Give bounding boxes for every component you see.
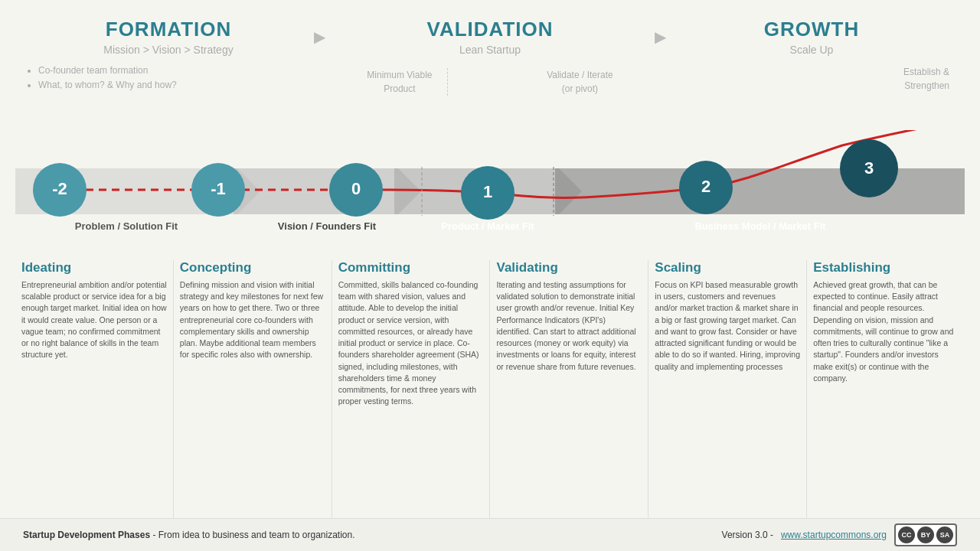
footer-right: Version 3.0 - www.startupcommons.org CC … — [722, 523, 957, 546]
label-vffit: Vision / Founders Fit — [278, 220, 377, 232]
scaling-text: Focus on KPI based measurable growth in … — [655, 279, 800, 373]
validation-sub-items: Minimum ViableProduct Validate / Iterate… — [325, 68, 655, 96]
footer: Startup Development Phases - From idea t… — [0, 518, 980, 551]
footer-link[interactable]: www.startupcommons.org — [781, 530, 887, 540]
validating-col: Validating Iterating and testing assumpt… — [489, 260, 648, 518]
formation-title-block: FORMATION Mission > Vision > Strategy — [23, 18, 314, 56]
validation-section: VALIDATION Lean Startup Minimum ViablePr… — [325, 14, 655, 130]
mvp-label: Minimum ViableProduct — [367, 68, 448, 96]
scaling-col: Scaling Focus on KPI based measurable gr… — [648, 260, 806, 518]
footer-bold: Startup Development Phases — [23, 530, 150, 540]
validate-label: Validate / Iterate(or pivot) — [531, 68, 613, 96]
establishing-text: Achieved great growth, that can be expec… — [813, 279, 959, 384]
sa-icon: SA — [936, 527, 953, 543]
growth-subtitle: Scale Up — [790, 44, 834, 56]
ideating-col: Ideating Entrepreneurial ambition and/or… — [15, 260, 173, 518]
establishing-col: Establishing Achieved great growth, that… — [806, 260, 965, 518]
footer-left: Startup Development Phases - From idea t… — [23, 530, 355, 540]
ideating-text: Entrepreneurial ambition and/or potentia… — [21, 279, 167, 361]
validating-text: Iterating and testing assumptions for va… — [496, 279, 642, 373]
svg-text:1: 1 — [483, 182, 492, 201]
svg-text:3: 3 — [864, 158, 874, 178]
footer-rest: - From idea to business and team to orga… — [150, 530, 354, 540]
committing-col: Committing Committed, skills balanced co… — [332, 260, 490, 518]
growth-title: GROWTH — [764, 18, 859, 41]
scaling-title: Scaling — [655, 260, 800, 276]
cc-icon: CC — [898, 527, 915, 543]
label-pmfit: Product / Market Fit — [441, 220, 534, 232]
establishing-title: Establishing — [813, 260, 959, 276]
concepting-col: Concepting Defining mission and vision w… — [173, 260, 332, 518]
formation-subtitle: Mission > Vision > Strategy — [23, 44, 314, 56]
growth-section: GROWTH Scale Up Establish &Strengthen — [666, 14, 957, 130]
establish-label: Establish &Strengthen — [903, 65, 957, 93]
committing-text: Committed, skills balanced co-founding t… — [338, 279, 484, 407]
svg-text:-2: -2 — [52, 179, 67, 198]
committing-title: Committing — [338, 260, 484, 276]
validation-title: VALIDATION — [426, 18, 553, 41]
by-icon: BY — [917, 527, 934, 543]
diagram-svg: Problem / Solution Fit Vision / Founders… — [0, 130, 980, 253]
svg-marker-1 — [234, 168, 421, 214]
label-bmfit: Business Model / Market Fit — [694, 220, 826, 232]
ideating-title: Ideating — [21, 260, 167, 276]
svg-text:-1: -1 — [211, 179, 226, 198]
svg-marker-3 — [555, 168, 965, 214]
cc-badge: CC BY SA — [894, 523, 957, 546]
diagram-section: Problem / Solution Fit Vision / Founders… — [0, 130, 980, 253]
concepting-text: Defining mission and vision with initial… — [180, 279, 325, 361]
label-psfit: Problem / Solution Fit — [75, 220, 178, 232]
formation-title: FORMATION — [23, 18, 314, 41]
formation-bullets: Co-founder team formation What, to whom?… — [23, 64, 314, 93]
svg-text:0: 0 — [351, 179, 361, 198]
svg-text:2: 2 — [701, 177, 710, 196]
top-section: FORMATION Mission > Vision > Strategy Co… — [0, 0, 980, 130]
bottom-section: Ideating Entrepreneurial ambition and/or… — [0, 253, 980, 518]
validating-title: Validating — [496, 260, 642, 276]
main-container: FORMATION Mission > Vision > Strategy Co… — [0, 0, 980, 551]
formation-bullet-2: What, to whom? & Why and how? — [38, 78, 314, 93]
concepting-title: Concepting — [180, 260, 325, 276]
formation-bullet-1: Co-founder team formation — [38, 64, 314, 78]
formation-section: FORMATION Mission > Vision > Strategy Co… — [23, 14, 314, 130]
arrow-2: ▶ — [655, 14, 666, 130]
version-text: Version 3.0 - — [722, 530, 773, 540]
arrow-1: ▶ — [314, 14, 325, 130]
validation-subtitle: Lean Startup — [459, 44, 521, 56]
